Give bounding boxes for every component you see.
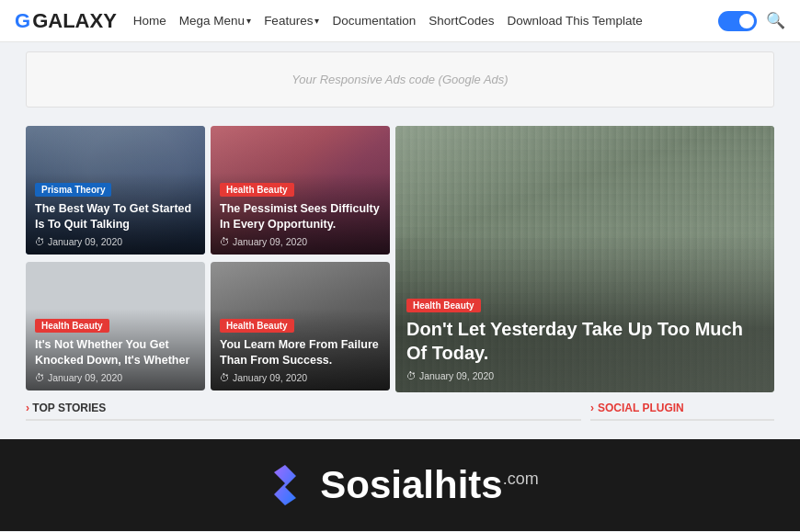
social-plugin-arrow: › [590,402,594,414]
card-overlay-4: Health Beauty You Learn More From Failur… [211,309,390,391]
footer-overlay: Sosialhits.com [0,439,800,531]
article-card-4[interactable]: Health Beauty You Learn More From Failur… [211,262,390,391]
main-content: Prisma Theory The Best Way To Get Starte… [0,117,800,439]
ad-banner-text: Your Responsive Ads code (Google Ads) [291,73,508,86]
clock-icon-large: ⏱ [406,370,417,381]
badge-1: Prisma Theory [35,183,111,197]
clock-icon-3: ⏱ [35,372,45,383]
search-icon[interactable]: 🔍 [766,11,785,30]
bottom-right: › SOCIAL PLUGIN [590,402,774,426]
card-date-2: ⏱ January 09, 2020 [220,236,381,247]
card-title-4: You Learn More From Failure Than From Su… [220,337,381,368]
logo[interactable]: G GALAXY [15,9,117,33]
card-date-3: ⏱ January 09, 2020 [35,372,196,383]
nav-download[interactable]: Download This Template [508,14,643,28]
article-card-2[interactable]: Health Beauty The Pessimist Sees Difficu… [211,126,390,255]
card-overlay-1: Prisma Theory The Best Way To Get Starte… [26,173,205,255]
card-overlay-3: Health Beauty It's Not Whether You Get K… [26,309,205,391]
clock-icon-4: ⏱ [220,372,230,383]
nav-right: 🔍 [718,11,785,31]
nav-links: Home Mega Menu ▾ Features ▾ Documentatio… [133,14,702,28]
dark-mode-toggle[interactable] [718,11,757,31]
footer-tld: .com [503,470,539,488]
clock-icon-1: ⏱ [35,236,45,247]
footer-brand: Sosialhits.com [320,463,538,507]
logo-name: GALAXY [32,9,117,33]
card-title-3: It's Not Whether You Get Knocked Down, I… [35,337,196,368]
card-overlay-large: Health Beauty Don't Let Yesterday Take U… [395,287,774,392]
bottom-left: › TOP STORIES [26,402,581,426]
features-chevron: ▾ [314,16,319,26]
card-date-4: ⏱ January 09, 2020 [220,372,381,383]
mega-menu-chevron: ▾ [246,16,251,26]
nav-mega-menu[interactable]: Mega Menu ▾ [179,14,251,28]
navbar: G GALAXY Home Mega Menu ▾ Features ▾ Doc… [0,0,800,42]
ad-banner: Your Responsive Ads code (Google Ads) [26,51,774,108]
card-date-large: ⏱ January 09, 2020 [406,370,763,381]
nav-features[interactable]: Features ▾ [264,14,319,28]
nav-home[interactable]: Home [133,14,166,28]
logo-g: G [15,9,30,33]
social-plugin-heading: › SOCIAL PLUGIN [590,402,774,421]
article-card-large[interactable]: Health Beauty Don't Let Yesterday Take U… [395,126,774,392]
badge-2: Health Beauty [220,183,294,197]
badge-4: Health Beauty [220,319,294,333]
badge-large: Health Beauty [406,299,481,312]
article-grid: Prisma Theory The Best Way To Get Starte… [26,126,774,392]
footer-brand-text: Sosialhits.com [320,463,538,506]
badge-3: Health Beauty [35,319,109,333]
bottom-section: › TOP STORIES › SOCIAL PLUGIN [26,402,774,426]
article-card-3[interactable]: Health Beauty It's Not Whether You Get K… [26,262,205,391]
nav-documentation[interactable]: Documentation [332,14,416,28]
nav-shortcodes[interactable]: ShortCodes [429,14,494,28]
top-stories-heading: › TOP STORIES [26,402,581,421]
clock-icon-2: ⏱ [220,236,230,247]
sosialhits-logo-icon [261,461,309,509]
card-title-2: The Pessimist Sees Difficulty In Every O… [220,201,381,232]
card-date-1: ⏱ January 09, 2020 [35,236,196,247]
card-title-large: Don't Let Yesterday Take Up Too Much Of … [406,317,763,365]
article-card-1[interactable]: Prisma Theory The Best Way To Get Starte… [26,126,205,255]
card-overlay-2: Health Beauty The Pessimist Sees Difficu… [211,173,390,255]
card-title-1: The Best Way To Get Started Is To Quit T… [35,201,196,232]
